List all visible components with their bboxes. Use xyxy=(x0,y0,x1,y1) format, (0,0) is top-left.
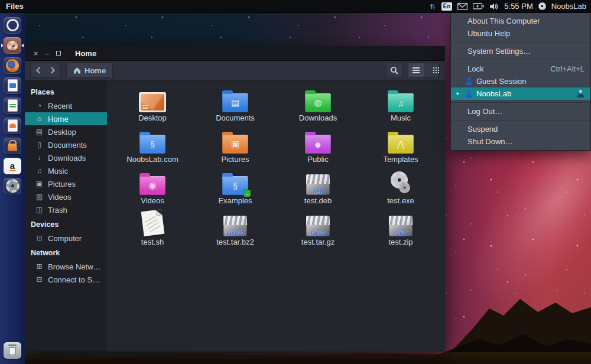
sidebar-item-music[interactable]: ♫Music xyxy=(25,164,107,177)
menu-item-ubuntu-help[interactable]: Ubuntu Help xyxy=(451,27,590,40)
sidebar-item-videos[interactable]: ▥Videos xyxy=(25,190,107,203)
sidebar-item-connect-to-s[interactable]: ⊟Connect to S… xyxy=(25,273,107,286)
file-test-tar-bz2[interactable]: tar.bz2test.tar.bz2 xyxy=(194,209,277,251)
document-icon: ▯ xyxy=(35,141,44,149)
file-label: test.zip xyxy=(388,238,413,246)
menu-separator xyxy=(451,102,590,103)
volume-icon[interactable] xyxy=(489,3,499,10)
file-test-sh[interactable]: test.sh xyxy=(111,209,194,251)
dock-item-amazon[interactable]: a xyxy=(2,157,23,175)
keyboard-indicator[interactable]: En xyxy=(441,2,453,11)
sidebar: Places◔Recent⌂Home▤Desktop▯Documents↓Dow… xyxy=(25,80,107,352)
folder-icon: ▣ xyxy=(222,126,248,154)
forward-button[interactable] xyxy=(46,63,60,77)
session-username[interactable]: NoobsLab xyxy=(551,2,586,11)
battery-icon[interactable] xyxy=(473,3,484,9)
dock-item-ubuntu-dash[interactable] xyxy=(2,16,23,34)
sidebar-item-label: Desktop xyxy=(48,128,76,136)
menu-item-label: System Settings… xyxy=(467,47,531,56)
menu-item-noobslab[interactable]: •NoobsLab xyxy=(451,87,590,100)
folder-icon: ♫ xyxy=(388,85,414,112)
menu-item-shut-down[interactable]: Shut Down… xyxy=(451,135,590,148)
dock-item-libreoffice-writer[interactable] xyxy=(2,76,23,95)
clock[interactable]: 5:55 PM xyxy=(504,2,532,11)
sidebar-item-label: Browse Netw… xyxy=(48,262,101,271)
archive-box-shape: tar.bz2 xyxy=(223,216,247,236)
sidebar-item-downloads[interactable]: ↓Downloads xyxy=(25,151,107,164)
menu-separator xyxy=(451,60,590,60)
folder-icon: ⋀ xyxy=(388,126,414,154)
sidebar-item-documents[interactable]: ▯Documents xyxy=(25,138,107,151)
top-panel: Files En 5:55 PM NoobsLab xyxy=(0,0,591,13)
file-downloads[interactable]: ◍Downloads xyxy=(277,85,359,126)
files-icon xyxy=(4,37,21,54)
menu-item-suspend[interactable]: Suspend xyxy=(451,123,590,135)
file-music[interactable]: ♫Music xyxy=(359,85,442,126)
search-button[interactable] xyxy=(386,63,402,78)
file-examples[interactable]: §→Examples xyxy=(194,168,277,209)
launcher-dock: a xyxy=(0,13,25,364)
current-user-icon xyxy=(577,90,584,98)
menu-item-guest-session[interactable]: Guest Session xyxy=(451,75,590,87)
close-button[interactable]: × xyxy=(30,48,41,59)
file-label: Videos xyxy=(141,197,164,205)
sidebar-item-desktop[interactable]: ▤Desktop xyxy=(25,125,107,138)
sidebar-item-home[interactable]: ⌂Home xyxy=(25,112,107,125)
sidebar-section-devices: Devices xyxy=(25,216,107,232)
sidebar-item-trash[interactable]: ◫Trash xyxy=(25,203,107,216)
breadcrumb-home[interactable]: Home xyxy=(66,63,113,78)
dock-item-files[interactable] xyxy=(2,36,23,54)
file-test-deb[interactable]: debtest.deb xyxy=(277,168,359,209)
sidebar-section-network: Network xyxy=(25,245,107,260)
mail-icon[interactable] xyxy=(457,3,467,10)
nav-buttons xyxy=(30,63,61,78)
back-button[interactable] xyxy=(31,63,46,77)
file-test-exe[interactable]: test.exe xyxy=(359,168,442,209)
file-noobslab-com[interactable]: §NoobsLab.com xyxy=(111,126,194,168)
titlebar[interactable]: × – Home xyxy=(25,46,445,61)
breadcrumb-label: Home xyxy=(85,66,106,75)
drive-icon: ⊡ xyxy=(35,234,44,242)
file-videos[interactable]: ◉Videos xyxy=(111,168,194,209)
menu-item-about-this-computer[interactable]: About This Computer xyxy=(451,15,590,27)
file-test-tar-gz[interactable]: tar.gztest.tar.gz xyxy=(277,209,359,251)
clock-icon: ◔ xyxy=(35,102,44,110)
box-icon: tar.gz xyxy=(306,209,330,236)
music-note-icon: ♫ xyxy=(35,167,44,175)
libreoffice-writer-icon xyxy=(4,77,21,94)
file-label: Documents xyxy=(216,114,255,122)
menu-item-system-settings[interactable]: System Settings… xyxy=(451,45,590,57)
file-documents[interactable]: ▤Documents xyxy=(194,85,277,126)
dock-item-trash[interactable] xyxy=(2,341,23,359)
sidebar-item-pictures[interactable]: ▣Pictures xyxy=(25,177,107,190)
menu-item-log-out[interactable]: Log Out… xyxy=(451,105,590,118)
toolbar: Home xyxy=(25,61,445,80)
firefox-icon xyxy=(4,57,21,74)
archive-box-shape: deb xyxy=(306,174,330,195)
list-view-button[interactable] xyxy=(408,63,424,77)
file-desktop[interactable]: Desktop xyxy=(111,85,194,126)
dock-item-system-settings[interactable] xyxy=(2,177,23,195)
grid-view-button[interactable] xyxy=(424,63,439,77)
dock-item-libreoffice-impress[interactable] xyxy=(2,116,23,135)
dock-item-firefox[interactable] xyxy=(2,56,23,74)
maximize-button[interactable] xyxy=(53,48,64,59)
file-label: test.exe xyxy=(387,197,414,205)
sidebar-item-computer[interactable]: ⊡Computer xyxy=(25,232,107,245)
dock-item-software-center[interactable] xyxy=(2,136,23,155)
file-templates[interactable]: ⋀Templates xyxy=(359,126,442,168)
menu-item-lock[interactable]: LockCtrl+Alt+L xyxy=(451,63,590,75)
sidebar-item-recent[interactable]: ◔Recent xyxy=(25,99,107,112)
app-menu-files[interactable]: Files xyxy=(0,2,24,11)
dock-item-libreoffice-calc[interactable] xyxy=(2,96,23,115)
symlink-badge: → xyxy=(243,190,251,197)
sync-arrows-icon[interactable] xyxy=(427,2,436,11)
sidebar-item-browse-netw[interactable]: ⊞Browse Netw… xyxy=(25,260,107,273)
minimize-button[interactable]: – xyxy=(41,48,53,59)
file-test-zip[interactable]: ziptest.zip xyxy=(359,209,442,251)
sidebar-item-label: Recent xyxy=(48,102,72,110)
session-gear-icon[interactable] xyxy=(538,2,546,10)
file-pictures[interactable]: ▣Pictures xyxy=(194,126,277,168)
camera-icon: ▣ xyxy=(35,180,44,188)
file-public[interactable]: ☻Public xyxy=(277,126,359,168)
